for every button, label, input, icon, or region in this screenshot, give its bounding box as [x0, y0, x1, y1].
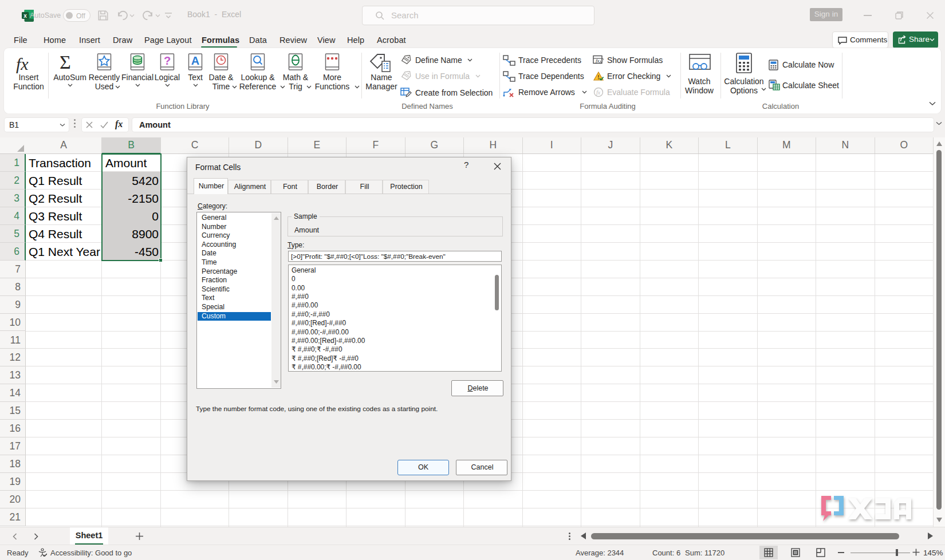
svg-text:fx: fx	[596, 89, 601, 96]
svg-text:x: x	[23, 13, 27, 19]
svg-text:fx: fx	[596, 58, 600, 64]
svg-text:?: ?	[164, 54, 171, 67]
svg-text:A: A	[191, 54, 199, 67]
